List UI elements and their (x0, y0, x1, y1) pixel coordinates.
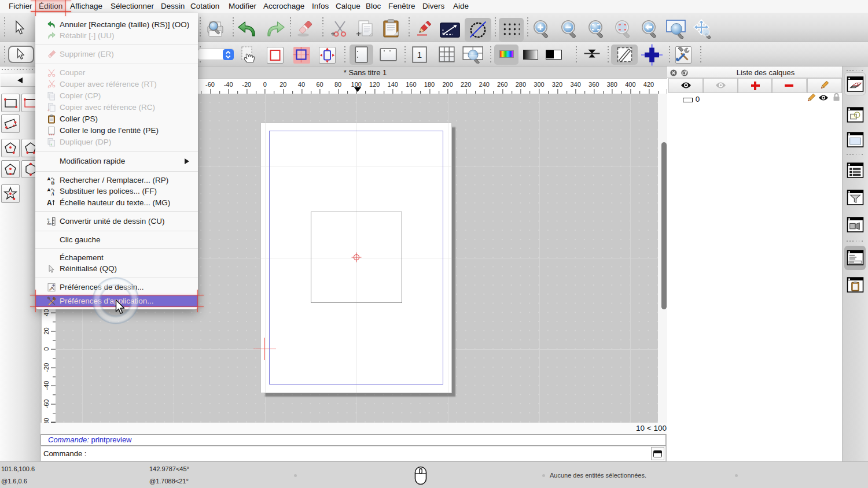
svg-text:A: A (51, 191, 55, 196)
svg-text:in: in (47, 218, 50, 221)
svg-text:mm: mm (47, 223, 52, 225)
svg-text:A: A (47, 176, 51, 182)
svg-text:B: B (52, 180, 55, 185)
svg-text:1: 1 (417, 50, 422, 60)
svg-text:A: A (47, 199, 52, 207)
svg-text:A: A (47, 187, 51, 193)
